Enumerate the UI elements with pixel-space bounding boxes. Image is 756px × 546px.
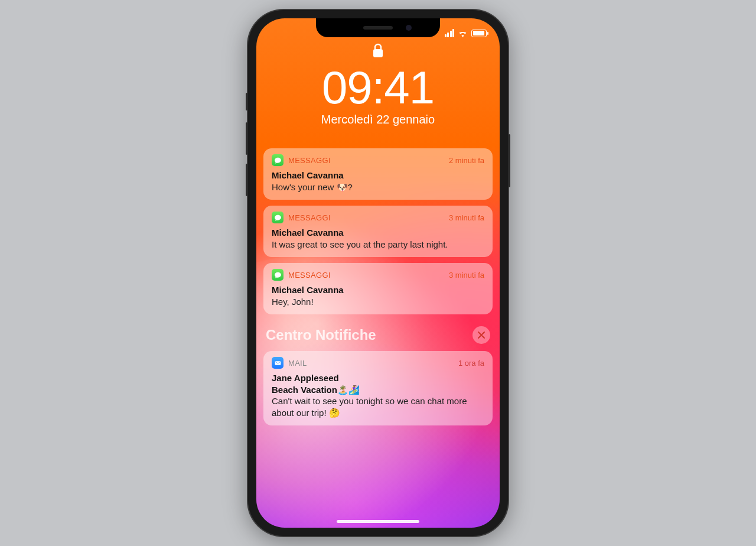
notification-body: How's your new 🐶? [272, 181, 484, 193]
notification-card[interactable]: MAIL 1 ora fa Jane Appleseed Beach Vacat… [263, 351, 493, 425]
notification-time: 3 minuti fa [449, 213, 484, 222]
app-name-label: MESSAGGI [288, 271, 331, 280]
svg-rect-0 [373, 49, 383, 57]
home-indicator[interactable] [337, 520, 419, 523]
section-title: Centro Notifiche [266, 327, 376, 343]
clear-notifications-button[interactable] [472, 326, 490, 344]
notification-time: 3 minuti fa [449, 271, 484, 280]
notification-body: Hey, John! [272, 296, 484, 308]
notification-card[interactable]: MESSAGGI 3 minuti fa Michael Cavanna Hey… [263, 263, 493, 314]
clock-time: 09:41 [256, 64, 500, 110]
notification-list[interactable]: MESSAGGI 2 minuti fa Michael Cavanna How… [263, 148, 493, 516]
mail-app-icon [272, 357, 284, 369]
notification-card[interactable]: MESSAGGI 3 minuti fa Michael Cavanna It … [263, 206, 493, 257]
power-button[interactable] [508, 134, 510, 187]
notification-body: Can't wait to see you tonight so we can … [272, 395, 484, 418]
lock-clock: 09:41 Mercoledì 22 gennaio [256, 64, 500, 126]
front-camera [406, 25, 412, 31]
notification-subtitle: Beach Vacation🏝️🏄‍♀️ [272, 384, 484, 396]
app-name-label: MESSAGGI [288, 156, 331, 165]
notification-title: Michael Cavanna [272, 170, 484, 181]
messages-app-icon [272, 212, 284, 223]
notification-title: Michael Cavanna [272, 227, 484, 239]
clock-date: Mercoledì 22 gennaio [256, 113, 500, 126]
svg-rect-1 [275, 361, 281, 365]
lock-icon [372, 43, 384, 61]
speaker-grille [363, 26, 393, 30]
notification-time: 2 minuti fa [449, 156, 484, 165]
notification-card[interactable]: MESSAGGI 2 minuti fa Michael Cavanna How… [263, 148, 493, 200]
app-name-label: MAIL [288, 359, 307, 368]
screen[interactable]: 09:41 Mercoledì 22 gennaio MESSAGGI 2 mi… [256, 18, 500, 528]
notification-time: 1 ora fa [458, 359, 484, 368]
battery-icon [471, 30, 487, 37]
volume-up-button[interactable] [246, 122, 248, 155]
messages-app-icon [272, 269, 284, 281]
notification-title: Michael Cavanna [272, 284, 484, 296]
wifi-icon [458, 30, 468, 37]
close-icon [477, 331, 485, 339]
messages-app-icon [272, 154, 284, 166]
volume-down-button[interactable] [246, 164, 248, 196]
notch [316, 18, 440, 37]
app-name-label: MESSAGGI [288, 213, 331, 222]
phone-frame: 09:41 Mercoledì 22 gennaio MESSAGGI 2 mi… [248, 10, 508, 536]
notification-title: Jane Appleseed [272, 372, 484, 384]
notification-body: It was great to see you at the party las… [272, 239, 484, 251]
mute-switch[interactable] [246, 93, 248, 110]
cellular-signal-icon [445, 29, 455, 37]
notification-section-header: Centro Notifiche [263, 323, 493, 345]
